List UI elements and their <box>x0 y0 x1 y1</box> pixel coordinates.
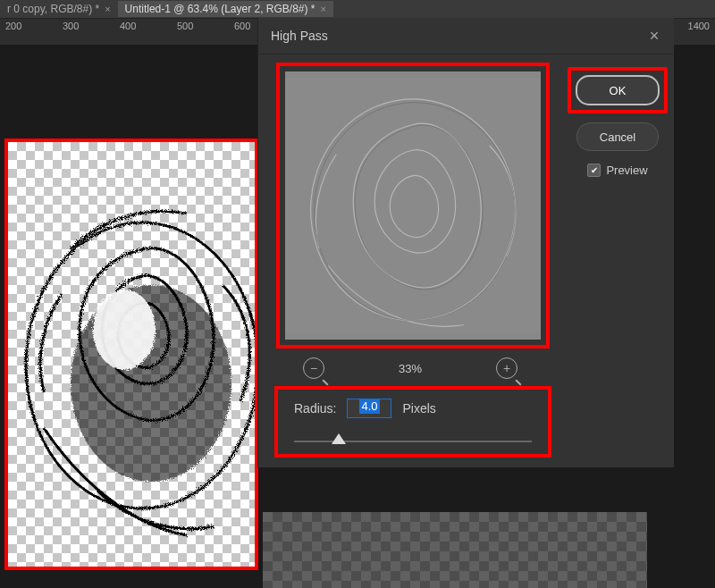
preview-label: Preview <box>606 164 647 177</box>
zoom-out-icon[interactable]: − <box>303 357 324 379</box>
high-pass-dialog: High Pass × OK Cancel ✔ Preview <box>257 18 674 467</box>
slider-thumb[interactable] <box>332 433 346 444</box>
ok-button[interactable]: OK <box>576 75 660 105</box>
filter-preview-highlight <box>276 63 550 349</box>
preview-zoom-controls: − 33% + <box>303 356 517 381</box>
close-icon[interactable]: × <box>105 4 110 14</box>
zoom-in-icon[interactable]: + <box>496 357 517 379</box>
artwork-rose-sketch <box>8 142 255 567</box>
tab-label: Untitled-1 @ 63.4% (Layer 2, RGB/8#) * <box>125 3 315 15</box>
checkbox-icon[interactable]: ✔ <box>587 164 601 177</box>
radius-input[interactable]: 4.0 <box>347 399 391 418</box>
dialog-title: High Pass <box>271 29 647 43</box>
ok-highlight: OK <box>568 67 668 113</box>
radius-row: Radius: 4.0 Pixels <box>294 399 532 418</box>
ruler-mark: 1400 <box>688 21 710 31</box>
zoom-percent: 33% <box>399 362 422 375</box>
radius-unit: Pixels <box>402 401 435 416</box>
svg-point-2 <box>93 290 156 370</box>
close-icon[interactable]: × <box>647 27 661 46</box>
dialog-actions: OK Cancel ✔ Preview <box>570 67 665 177</box>
cancel-button[interactable]: Cancel <box>576 122 659 151</box>
document-tab-prev[interactable]: r 0 copy, RGB/8#) * × <box>0 1 118 17</box>
radius-slider[interactable] <box>294 431 532 452</box>
preview-rose-highpass <box>285 71 541 340</box>
slider-track <box>294 441 532 442</box>
ruler-mark: 300 <box>63 21 79 31</box>
document-tab-active[interactable]: Untitled-1 @ 63.4% (Layer 2, RGB/8#) * × <box>118 1 333 17</box>
ruler-mark: 400 <box>120 21 136 31</box>
ruler-mark: 600 <box>234 21 250 31</box>
filter-preview[interactable] <box>285 71 541 340</box>
svg-rect-3 <box>285 78 541 333</box>
transparency-grid-secondary <box>263 512 647 588</box>
preview-toggle[interactable]: ✔ Preview <box>587 164 647 177</box>
radius-label: Radius: <box>294 401 336 416</box>
ruler-mark: 200 <box>5 21 21 31</box>
dialog-titlebar[interactable]: High Pass × <box>258 18 674 55</box>
ruler-mark: 500 <box>177 21 193 31</box>
document-tabs: r 0 copy, RGB/8#) * × Untitled-1 @ 63.4%… <box>0 0 715 18</box>
tab-label: r 0 copy, RGB/8#) * <box>7 3 99 15</box>
close-icon[interactable]: × <box>321 4 326 14</box>
canvas-highlight <box>4 139 258 570</box>
radius-panel-highlight: Radius: 4.0 Pixels <box>274 386 551 458</box>
